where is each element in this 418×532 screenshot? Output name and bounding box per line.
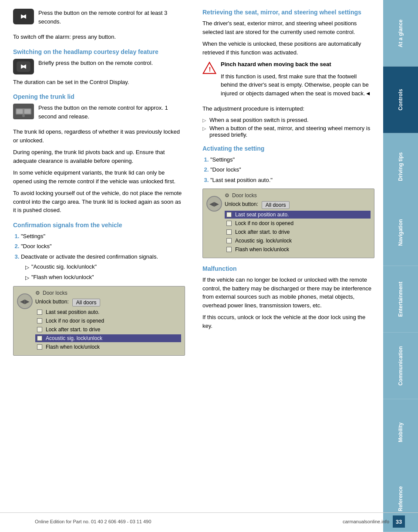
screen-row-label: Last seat position auto. <box>46 309 99 315</box>
screen-title-1: ⚙ Door locks <box>35 290 181 296</box>
warning-box: ! Pinch hazard when moving back the seat… <box>202 60 374 101</box>
screen-gear-icon-2: ⚙ <box>225 192 229 199</box>
trunk-instruction-box: Press the button on the remote control f… <box>13 104 185 124</box>
svg-rect-8 <box>17 109 23 114</box>
screen-checkbox <box>37 336 42 341</box>
screen-header-row-1: Unlock button: All doors <box>35 299 181 306</box>
remote-button-icon <box>13 9 34 24</box>
sidebar-tab-controls[interactable]: Controls <box>383 67 418 133</box>
screen-row-label: Lock if no door is opened <box>235 220 293 226</box>
malfunction-section-heading: Malfunction <box>202 265 374 272</box>
headlamp-remote-icon <box>13 59 34 74</box>
main-content: Press the button on the remote control f… <box>0 0 383 532</box>
warning-text: If this function is used, first make sur… <box>221 72 374 98</box>
screen-row-item: Acoustic sig. lock/unlock <box>225 237 371 245</box>
footer-right: carmanualsonline.info 33 <box>343 515 405 528</box>
svg-point-10 <box>22 114 25 117</box>
screen-row-label: Acoustic sig. lock/unlock <box>235 238 292 244</box>
headlamp-instruction-box: Briefly press the button on the remote c… <box>13 59 185 74</box>
screen-row-label: Flash when lock/unlock <box>46 344 100 350</box>
screen-checkbox <box>226 247 232 252</box>
screen-unlock-btn-2: All doors <box>262 201 290 209</box>
two-column-layout: Press the button on the remote control f… <box>13 9 374 360</box>
screen-main-2: ⚙ Door locks Unlock button: All doors La… <box>225 192 371 254</box>
screen-row-label: Lock after start. to drive <box>235 229 290 235</box>
sub1-arrow: ▷ <box>25 263 29 271</box>
screen-row-item: Lock after start. to drive <box>35 326 181 333</box>
bullet1-arrow: ▷ <box>202 118 206 123</box>
nav-circle-1[interactable]: ◀▶ <box>17 293 33 309</box>
malfunction-para2: If this occurs, unlock or lock the vehic… <box>202 313 374 330</box>
sidebar-tab-driving-tips[interactable]: Driving tips <box>383 133 418 200</box>
trunk-para4: To avoid locking yourself out of the veh… <box>13 189 185 215</box>
screen-row-item: Last seat position auto. <box>35 308 181 316</box>
sidebar-tab-entertainment[interactable]: Entertainment <box>383 266 418 333</box>
screen-header-row-2: Unlock button: All doors <box>225 201 371 209</box>
sidebar-tab-navigation[interactable]: Navigation <box>383 199 418 266</box>
activate-step1: "Settings" <box>210 155 374 164</box>
screen-gear-icon-1: ⚙ <box>35 290 40 296</box>
nav-controls-2: ◀▶ <box>206 196 222 212</box>
screen-row-item: Lock if no door is opened <box>225 219 371 227</box>
screen-checkbox <box>37 310 42 315</box>
nav-circle-2[interactable]: ◀▶ <box>206 196 222 212</box>
page-footer: Online Edition for Part no. 01 40 2 606 … <box>0 512 418 528</box>
sidebar-tab-communication[interactable]: Communication <box>383 333 418 399</box>
warning-triangle-icon: ! <box>202 61 216 75</box>
screen2-rows: Last seat position auto.Lock if no door … <box>225 211 371 253</box>
screen-row-item: Flash when lock/unlock <box>35 343 181 351</box>
activate-step2: "Door locks" <box>210 165 374 174</box>
screen-row-label: Flash when lock/unlock <box>235 246 289 253</box>
screen-with-nav-2: ◀▶ ⚙ Door locks Unlock button: All doors <box>206 192 371 254</box>
confirmation-sub-list: ▷ "Acoustic sig. lock/unlock" ▷ "Flash w… <box>25 263 185 282</box>
confirmation-sub2: ▷ "Flash when lock/unlock" <box>25 273 185 282</box>
svg-text:!: ! <box>209 66 211 73</box>
screen-checkbox <box>226 229 232 235</box>
remote-instruction-text: Press the button on the remote control f… <box>38 9 185 26</box>
edition-text: Online Edition for Part no. 01 40 2 606 … <box>35 519 151 524</box>
confirmation-step3: Deactivate or activate the desired confi… <box>21 253 185 282</box>
seat-section-heading: Retrieving the seat, mirror, and steerin… <box>202 9 374 16</box>
confirmation-step1: "Settings" <box>21 232 185 241</box>
interruption-intro: The adjustment procedure is interrupted: <box>202 104 374 113</box>
screen-title-2: ⚙ Door locks <box>225 192 371 199</box>
screen-checkbox <box>37 318 42 323</box>
screen-row-item: Lock if no door is opened <box>35 317 181 325</box>
seat-para2: When the vehicle is unlocked, these posi… <box>202 40 374 57</box>
trunk-para2: During opening, the trunk lid pivots bac… <box>13 148 185 165</box>
remote-instruction-box: Press the button on the remote control f… <box>13 9 185 29</box>
interruption-bullet2: ▷ When a button of the seat, mirror, and… <box>202 125 374 138</box>
confirmation-section-heading: Confirmation signals from the vehicle <box>13 222 185 229</box>
activate-steps-list: "Settings" "Door locks" "Last seat posit… <box>210 155 374 185</box>
trunk-para1: The trunk lid opens, regardless of wheth… <box>13 128 185 145</box>
sidebar-tab-mobility[interactable]: Mobility <box>383 399 418 466</box>
activate-step3: "Last seat position auto." <box>210 176 374 185</box>
screen-checkbox <box>37 344 42 350</box>
screen-row-item: Lock after start. to drive <box>225 228 371 236</box>
malfunction-para1: If the vehicle can no longer be locked o… <box>202 276 374 310</box>
screen-with-nav-1: ◀▶ ⚙ Door locks Unlock button: All doors <box>17 290 181 352</box>
warning-title: Pinch hazard when moving back the seat <box>221 60 374 69</box>
headlamp-section-heading: Switching on the headlamp courtesy delay… <box>13 48 185 55</box>
confirmation-sub1: ▷ "Acoustic sig. lock/unlock" <box>25 263 185 271</box>
screen-row-label: Lock if no door is opened <box>46 318 104 324</box>
screen-row-label: Last seat position auto. <box>235 212 289 218</box>
site-text: carmanualsonline.info <box>343 519 389 524</box>
warning-content: Pinch hazard when moving back the seat I… <box>221 60 374 101</box>
screen1-rows: Last seat position auto.Lock if no door … <box>35 308 181 351</box>
svg-rect-9 <box>24 109 30 114</box>
sidebar: At a glance Controls Driving tips Naviga… <box>383 0 418 532</box>
screen-checkbox <box>37 327 42 332</box>
sidebar-tab-at-a-glance[interactable]: At a glance <box>383 0 418 67</box>
trunk-para3: In some vehicle equipment variants, the … <box>13 168 185 185</box>
seat-para1: The driver's seat, exterior mirror, and … <box>202 19 374 36</box>
screen-row-item: Acoustic sig. lock/unlock <box>35 334 181 342</box>
screen-checkbox <box>226 221 232 226</box>
confirmation-step2: "Door locks" <box>21 242 185 251</box>
left-column: Press the button on the remote control f… <box>13 9 189 360</box>
sub2-arrow: ▷ <box>25 274 29 282</box>
trunk-section-heading: Opening the trunk lid <box>13 93 185 100</box>
screen-row-label: Acoustic sig. lock/unlock <box>46 335 102 341</box>
screen-row-item: Flash when lock/unlock <box>225 246 371 253</box>
screen-image-1: ◀▶ ⚙ Door locks Unlock button: All doors <box>13 286 185 356</box>
